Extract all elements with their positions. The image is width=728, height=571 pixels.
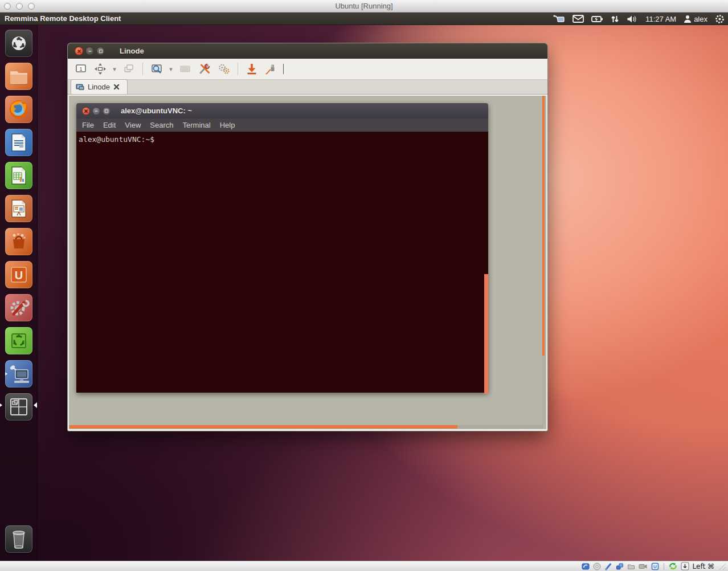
resize-grip[interactable] bbox=[718, 562, 726, 570]
toolbar-separator-2 bbox=[238, 63, 238, 75]
remmina-applet-icon[interactable] bbox=[553, 14, 565, 23]
plug-button[interactable] bbox=[263, 61, 280, 77]
home-folder-icon bbox=[9, 68, 29, 85]
vm-zoom-button[interactable] bbox=[28, 3, 35, 10]
terminal-titlebar[interactable]: alex@ubuntuVNC: ~ bbox=[76, 103, 488, 119]
remmina-titlebar[interactable]: Linode bbox=[68, 43, 547, 59]
running-indicator-arrow-2 bbox=[0, 403, 2, 407]
sync-arrows-icon[interactable] bbox=[611, 15, 619, 23]
username: alex bbox=[694, 15, 707, 23]
host-key-label: Left ⌘ bbox=[693, 562, 714, 570]
user-menu[interactable]: alex bbox=[684, 15, 707, 23]
menu-help[interactable]: Help bbox=[215, 121, 240, 129]
vm-window-title: Ubuntu [Running] bbox=[0, 2, 728, 10]
menu-terminal[interactable]: Terminal bbox=[178, 121, 215, 129]
launcher-item-home-folder[interactable] bbox=[5, 63, 32, 90]
horizontal-scrollbar-thumb[interactable] bbox=[69, 425, 457, 429]
disconnect-button[interactable] bbox=[243, 61, 260, 77]
vm-titlebar: Ubuntu [Running] bbox=[0, 0, 728, 13]
vm-window-controls bbox=[4, 3, 35, 10]
terminal-minimize-button[interactable] bbox=[92, 107, 100, 115]
fullscreen-options-chevron[interactable]: ▾ bbox=[111, 66, 118, 73]
remmina-minimize-button[interactable] bbox=[85, 47, 94, 55]
ubuntu-software-center-icon bbox=[9, 231, 29, 252]
launcher-item-ubuntu-one[interactable]: U bbox=[5, 261, 32, 288]
scaled-mode-icon: 1 bbox=[74, 62, 88, 76]
disconnect-icon bbox=[245, 62, 259, 76]
volume-icon[interactable] bbox=[627, 15, 638, 23]
tab-linode[interactable]: Linode bbox=[71, 79, 128, 94]
tools-icon bbox=[198, 62, 211, 76]
preferences-button[interactable] bbox=[215, 61, 232, 77]
launcher-item-workspace-switcher[interactable] bbox=[5, 393, 32, 421]
ubuntu-one-icon: U bbox=[9, 264, 29, 285]
usb-icon[interactable]: U bbox=[651, 562, 659, 570]
minimize-icon bbox=[94, 109, 99, 113]
launcher-item-system-settings[interactable] bbox=[5, 294, 32, 321]
screen: Ubuntu [Running] Remmina Remote Desktop … bbox=[0, 0, 728, 571]
terminal-maximize-button[interactable] bbox=[103, 107, 111, 115]
zoom-button[interactable] bbox=[148, 61, 165, 77]
remote-screen-icon bbox=[76, 84, 84, 91]
ubuntu-software-icon bbox=[9, 331, 29, 351]
menu-view[interactable]: View bbox=[120, 121, 145, 129]
launcher-item-trash[interactable] bbox=[5, 525, 32, 553]
maximize-icon bbox=[99, 49, 103, 54]
launcher-item-libreoffice-impress[interactable] bbox=[5, 195, 32, 222]
mail-icon[interactable] bbox=[572, 15, 584, 23]
launcher-item-remmina[interactable] bbox=[5, 360, 32, 388]
remmina-window-title: Linode bbox=[120, 47, 144, 55]
remmina-maximize-button[interactable] bbox=[96, 47, 105, 55]
tools-button[interactable] bbox=[196, 61, 213, 77]
menu-search[interactable]: Search bbox=[145, 121, 178, 129]
remmina-icon bbox=[7, 363, 30, 385]
focused-indicator-arrow bbox=[34, 402, 37, 408]
launcher-item-dash-home[interactable] bbox=[5, 30, 32, 57]
vertical-scrollbar-thumb[interactable] bbox=[542, 96, 545, 356]
zoom-options-chevron[interactable]: ▾ bbox=[167, 66, 174, 73]
plug-icon bbox=[264, 62, 278, 76]
duplicate-connection-button[interactable] bbox=[120, 61, 137, 77]
fullscreen-button[interactable] bbox=[92, 61, 109, 77]
maximize-icon bbox=[104, 109, 109, 113]
optical-disc-icon[interactable] bbox=[593, 562, 601, 570]
launcher-item-ubuntu-software-center[interactable] bbox=[5, 228, 32, 255]
system-tray: 11:27 AM alex bbox=[553, 13, 725, 25]
libreoffice-calc-icon bbox=[10, 166, 28, 185]
menu-edit[interactable]: Edit bbox=[99, 121, 120, 129]
tab-close-icon[interactable] bbox=[113, 84, 120, 90]
vm-close-button[interactable] bbox=[4, 3, 11, 10]
launcher-item-libreoffice-writer[interactable] bbox=[5, 129, 32, 156]
display-icon[interactable] bbox=[639, 562, 648, 570]
minimize-icon bbox=[88, 49, 92, 54]
terminal-close-button[interactable] bbox=[82, 107, 90, 115]
svg-text:U: U bbox=[653, 564, 657, 569]
network-icon[interactable] bbox=[616, 562, 624, 570]
terminal-body[interactable]: alex@ubuntuVNC:~$ bbox=[76, 132, 488, 393]
shared-folders-icon[interactable] bbox=[627, 562, 635, 570]
vm-minimize-button[interactable] bbox=[16, 3, 23, 10]
svg-text:U: U bbox=[15, 269, 23, 282]
scaled-mode-button[interactable]: 1 bbox=[72, 61, 89, 77]
tab-label: Linode bbox=[88, 83, 110, 91]
terminal-prompt: alex@ubuntuVNC:~$ bbox=[79, 135, 154, 144]
remote-desktop-view[interactable]: alex@ubuntuVNC: ~ File Edit View Search … bbox=[69, 96, 546, 429]
recording-pen-icon[interactable] bbox=[604, 562, 612, 570]
terminal-menubar: File Edit View Search Terminal Help bbox=[76, 119, 488, 132]
host-key-indicator-icon[interactable] bbox=[681, 562, 689, 570]
launcher-item-firefox[interactable] bbox=[5, 96, 32, 123]
hdd-icon[interactable] bbox=[582, 562, 590, 570]
keyboard-grab-button[interactable] bbox=[177, 61, 194, 77]
top-panel: Remmina Remote Desktop Client 11:27 AM a… bbox=[0, 13, 728, 25]
mouse-integration-icon[interactable] bbox=[669, 562, 677, 570]
launcher-item-libreoffice-calc[interactable] bbox=[5, 162, 32, 189]
user-icon bbox=[684, 15, 692, 23]
launcher-item-ubuntu-software[interactable] bbox=[5, 327, 32, 354]
session-gear-icon[interactable] bbox=[715, 14, 725, 24]
remmina-close-button[interactable] bbox=[75, 47, 83, 55]
clock[interactable]: 11:27 AM bbox=[645, 15, 676, 23]
vbox-statusbar: U Left ⌘ bbox=[0, 561, 728, 571]
firefox-icon bbox=[7, 98, 30, 121]
menu-file[interactable]: File bbox=[77, 121, 99, 129]
battery-icon[interactable] bbox=[591, 15, 603, 23]
